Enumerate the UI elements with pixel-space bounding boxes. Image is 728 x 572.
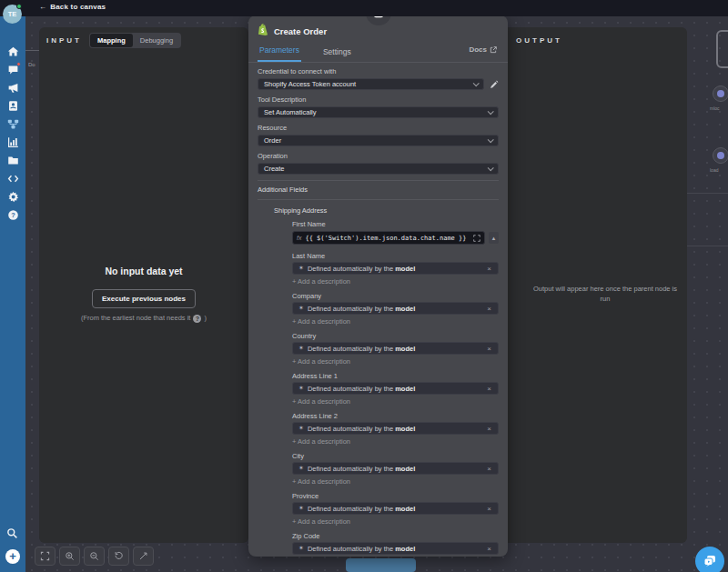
clear-field-icon[interactable]: × xyxy=(486,425,492,433)
workflows-icon[interactable] xyxy=(7,118,19,130)
tidy-up-button[interactable] xyxy=(133,547,154,566)
divider xyxy=(258,180,499,181)
add-new-button[interactable]: + xyxy=(5,549,20,564)
edit-credential-icon[interactable] xyxy=(490,80,499,89)
ai-defined-field[interactable]: ✶ Defined automatically by the model × xyxy=(292,502,499,515)
analytics-icon[interactable] xyxy=(7,136,19,148)
tab-debugging[interactable]: Debugging xyxy=(133,34,180,47)
resource-select[interactable]: Order xyxy=(258,135,499,146)
folder-icon[interactable] xyxy=(7,155,19,166)
support-chat-icon[interactable] xyxy=(7,64,19,75)
clear-field-icon[interactable]: × xyxy=(486,505,492,513)
execute-previous-nodes-button[interactable]: Execute previous nodes xyxy=(92,289,196,308)
partial-node-caption: mloc xyxy=(710,105,720,111)
back-arrow-icon: ← xyxy=(39,3,46,11)
megaphone-icon[interactable] xyxy=(7,82,19,94)
shopify-icon xyxy=(258,23,268,39)
ai-defined-field[interactable]: ✶ Defined automatically by the model × xyxy=(292,342,499,355)
clear-field-icon[interactable]: × xyxy=(486,545,492,553)
online-status-dot xyxy=(16,4,22,9)
additional-fields-header: Additional Fields xyxy=(258,186,499,194)
sparkles-icon: ✶ xyxy=(298,425,304,432)
modal-title: Create Order xyxy=(274,26,327,36)
field-label: Zip Code xyxy=(292,532,499,540)
ai-defined-text: Defined automatically by the model xyxy=(308,545,482,553)
help-icon[interactable]: ? xyxy=(7,209,19,221)
ai-defined-text: Defined automatically by the model xyxy=(308,385,482,393)
contacts-icon[interactable] xyxy=(7,100,19,112)
ai-defined-field[interactable]: ✶ Defined automatically by the model × xyxy=(292,302,499,315)
field-label: Address Line 2 xyxy=(292,412,499,420)
back-to-canvas-link[interactable]: ←Back to canvas xyxy=(39,3,106,11)
fit-view-button[interactable] xyxy=(35,547,56,566)
ai-defined-text: Defined automatically by the model xyxy=(308,505,482,513)
add-description-link[interactable]: + Add a description xyxy=(292,357,499,366)
expand-expression-icon[interactable] xyxy=(473,235,480,242)
docs-link[interactable]: Docs xyxy=(469,45,497,54)
add-description-link[interactable]: + Add a description xyxy=(292,317,499,326)
first-name-label: First Name xyxy=(292,220,499,228)
expression-toggle-button[interactable]: ▲ xyxy=(489,232,499,244)
first-name-expression-input[interactable]: fx {{ $('Switch').item.json.data.chat.na… xyxy=(292,231,485,245)
node-settings-modal: Create Order Parameters Settings Docs Cr… xyxy=(248,15,508,557)
ai-defined-field[interactable]: ✶ Defined automatically by the model × xyxy=(292,382,499,395)
first-name-field-group: First Name fx {{ $('Switch').item.json.d… xyxy=(292,220,499,245)
shipping-field-group: City ✶ Defined automatically by the mode… xyxy=(292,452,499,486)
chevron-down-icon xyxy=(488,165,494,171)
test-step-button-partial[interactable] xyxy=(346,558,416,572)
output-panel-title: OUTPUT xyxy=(516,36,562,45)
ai-defined-field[interactable]: ✶ Defined automatically by the model × xyxy=(292,422,499,435)
operation-select[interactable]: Create xyxy=(258,163,499,175)
zoom-in-button[interactable] xyxy=(59,547,80,566)
tab-mapping[interactable]: Mapping xyxy=(90,34,133,47)
ai-defined-field[interactable]: ✶ Defined automatically by the model × xyxy=(292,542,499,555)
add-description-link[interactable]: + Add a description xyxy=(292,517,499,526)
notification-dot xyxy=(16,62,21,66)
ai-defined-text: Defined automatically by the model xyxy=(308,425,482,433)
chat-assistant-button[interactable] xyxy=(695,547,724,572)
resource-label: Resource xyxy=(258,124,499,132)
field-label: Company xyxy=(292,292,499,300)
sparkles-icon: ✶ xyxy=(298,385,304,392)
clear-field-icon[interactable]: × xyxy=(486,265,492,273)
input-caption: (From the earliest node that needs it ? … xyxy=(39,314,248,323)
sparkles-icon: ✶ xyxy=(298,545,304,552)
home-icon[interactable] xyxy=(7,45,19,57)
field-label: Country xyxy=(292,332,499,340)
tool-description-select[interactable]: Set Automatically xyxy=(258,106,499,118)
ai-defined-text: Defined automatically by the model xyxy=(308,345,482,353)
add-description-link[interactable]: + Add a description xyxy=(292,477,499,486)
question-circle-icon[interactable]: ? xyxy=(193,315,201,323)
clear-field-icon[interactable]: × xyxy=(486,385,492,393)
zoom-out-button[interactable] xyxy=(84,547,105,566)
sparkles-icon: ✶ xyxy=(298,265,304,272)
clear-field-icon[interactable]: × xyxy=(486,345,492,353)
settings-gear-icon[interactable] xyxy=(7,191,19,203)
tab-parameters[interactable]: Parameters xyxy=(258,45,301,62)
shipping-field-group: Province ✶ Defined automatically by the … xyxy=(292,492,499,526)
ai-defined-field[interactable]: ✶ Defined automatically by the model × xyxy=(292,262,499,275)
sparkles-icon: ✶ xyxy=(298,345,304,352)
shipping-field-group: Zip Code ✶ Defined automatically by the … xyxy=(292,532,499,557)
undo-button[interactable] xyxy=(108,547,129,566)
clear-field-icon[interactable]: × xyxy=(486,305,492,313)
tab-settings[interactable]: Settings xyxy=(321,47,353,62)
credential-label: Credential to connect with xyxy=(258,67,499,75)
search-icon[interactable] xyxy=(6,527,18,543)
add-description-link[interactable]: + Add a description xyxy=(292,277,499,286)
connection-line xyxy=(25,50,39,51)
chevron-down-icon xyxy=(488,108,494,115)
no-input-data-text: No input data yet xyxy=(39,266,248,276)
input-tabs: Mapping Debugging xyxy=(89,33,181,48)
ai-defined-field[interactable]: ✶ Defined automatically by the model × xyxy=(292,462,499,475)
top-bar: ←Back to canvas xyxy=(0,0,728,16)
add-description-link[interactable]: + Add a description xyxy=(292,437,499,446)
add-description-link[interactable]: + Add a description xyxy=(292,397,499,406)
divider xyxy=(258,199,499,200)
svg-text:?: ? xyxy=(11,211,15,219)
partial-node-icon xyxy=(713,147,728,164)
credential-select[interactable]: Shopify Access Token account xyxy=(258,78,484,90)
clear-field-icon[interactable]: × xyxy=(486,465,492,473)
chevron-down-icon xyxy=(473,80,480,86)
code-icon[interactable] xyxy=(7,173,19,185)
